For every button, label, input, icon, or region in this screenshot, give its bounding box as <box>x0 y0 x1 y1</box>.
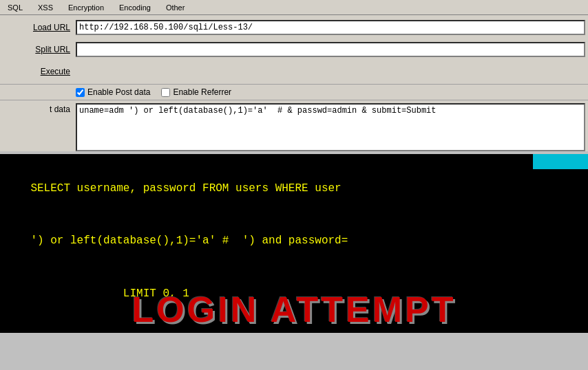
toolbar: SQL XSS Encryption Encoding Other <box>0 0 588 15</box>
sql-line2: ') or left(database(),1)='a' # ') and pa… <box>30 235 348 247</box>
tab-sql[interactable]: SQL <box>3 2 28 13</box>
tab-encryption[interactable]: Encryption <box>63 2 109 13</box>
postdata-input[interactable] <box>76 103 585 151</box>
enable-post-checkbox[interactable]: Enable Post data <box>76 87 150 97</box>
enable-referrer-checkbox[interactable]: Enable Referrer <box>161 87 231 97</box>
sql-line1: SELECT username, password FROM users WHE… <box>30 182 341 195</box>
load-url-row: Load URL <box>0 18 588 37</box>
enable-referrer-label: Enable Referrer <box>173 87 231 97</box>
execute-label[interactable]: Execute <box>0 67 76 76</box>
postdata-label: t data <box>0 103 76 114</box>
tab-xss[interactable]: XSS <box>33 2 58 13</box>
split-url-row: Split URL <box>0 40 588 59</box>
tab-encoding[interactable]: Encoding <box>114 2 156 13</box>
tab-other[interactable]: Other <box>161 2 190 13</box>
login-attempt-text: LOGIN ATTEMPT <box>0 289 588 333</box>
load-url-label[interactable]: Load URL <box>0 23 76 32</box>
referrer-checkbox-input[interactable] <box>161 88 170 97</box>
url-input[interactable] <box>76 20 585 35</box>
post-checkbox-input[interactable] <box>76 88 85 97</box>
checkbox-row: Enable Post data Enable Referrer <box>0 84 588 100</box>
enable-post-label: Enable Post data <box>87 87 150 97</box>
postdata-row: t data <box>0 103 588 151</box>
split-url-label[interactable]: Split URL <box>0 45 76 54</box>
bottom-panel: SELECT username, password FROM users WHE… <box>0 154 588 333</box>
execute-row: Execute <box>0 62 588 81</box>
